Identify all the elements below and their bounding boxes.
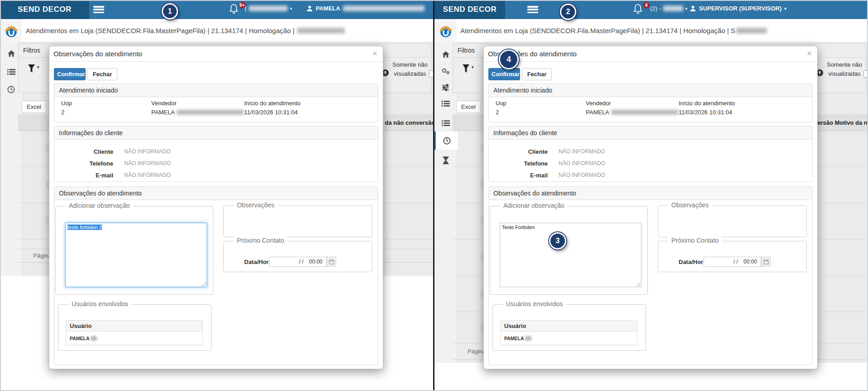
- fieldset-legend: Adicionar observação: [500, 202, 568, 209]
- session-selector[interactable]: (2) - ▾: [650, 5, 687, 12]
- fieldset-legend: Próximo Contato: [668, 237, 722, 244]
- app-logo-icon[interactable]: [434, 19, 457, 42]
- fechar-button[interactable]: Fechar: [87, 68, 117, 80]
- client-info-row: Telefone NÃO INFORMADO: [54, 157, 378, 169]
- user-menu[interactable]: PAMELA: [306, 5, 424, 12]
- app-logo-text[interactable]: SEND DECOR: [0, 0, 89, 19]
- fieldset-legend: Observações: [234, 201, 277, 209]
- annotation-circle-3: 3: [549, 232, 566, 249]
- users-table-header: Usuário: [501, 321, 637, 332]
- redacted-vendor-surname: [611, 110, 678, 115]
- section-informacoes-cliente: Informações do cliente Cliente NÃO INFOR…: [488, 126, 813, 182]
- breadcrumb-bar: Atendimentos em Loja (SENDDECOR.Fila.Mas…: [0, 19, 434, 42]
- person-icon: [690, 5, 696, 12]
- time-placeholder: 00:00: [309, 259, 323, 265]
- uop-value: 2: [496, 109, 499, 116]
- section-title: Observações do atendimento: [489, 187, 812, 200]
- notifications-button[interactable]: 9+: [229, 4, 242, 16]
- client-info-row: Cliente NÃO INFORMADO: [489, 146, 812, 157]
- users-table-header: Usuário: [66, 321, 203, 332]
- time-placeholder: 00:00: [743, 259, 757, 265]
- breadcrumb: Atendimentos em Loja (SENDDECOR.Fila.Mas…: [26, 19, 345, 42]
- home-icon: [7, 50, 15, 57]
- confirm-button[interactable]: Confirmar: [488, 68, 520, 80]
- session-prefix: (: [245, 5, 246, 12]
- observations-modal: Observações do atendimento × Confirmar F…: [49, 46, 383, 369]
- window-left: SEND DECOR 9+ ( ▾ PAMELA Atendimentos em…: [0, 0, 434, 391]
- inicio-value: 11/03/2026 10:31:04: [244, 109, 298, 116]
- filter-dropdown-button[interactable]: ▾: [28, 64, 39, 74]
- redacted-user-surname: [525, 336, 531, 341]
- redacted-user-surname: [343, 5, 424, 11]
- pagina-label: Página: [18, 252, 51, 259]
- section-title: Informações do cliente: [54, 127, 378, 140]
- section-title: Atendimento iniciado: [489, 84, 812, 97]
- annotation-circle-1: 1: [162, 3, 178, 20]
- hamburger-menu-icon[interactable]: [93, 6, 104, 13]
- observation-textarea[interactable]: teste forbiden 2: [65, 223, 207, 287]
- redacted-session-name: [249, 5, 288, 11]
- chevron-down-icon: ▾: [784, 6, 786, 11]
- table-column-header: o da não conversão: [380, 115, 434, 131]
- calendar-button[interactable]: [327, 257, 336, 267]
- users-table: Usuário PAMELA: [500, 320, 637, 345]
- calendar-button[interactable]: [761, 257, 771, 267]
- only-unviewed-checkbox[interactable]: [863, 70, 868, 78]
- close-icon[interactable]: ×: [372, 49, 377, 59]
- session-selector[interactable]: ( ▾: [245, 5, 292, 12]
- funnel-icon: [28, 64, 36, 74]
- client-info-row: Cliente NÃO INFORMADO: [54, 146, 378, 157]
- datetime-label: Data/Hora: [244, 259, 272, 265]
- observations-fieldset: Observações: [223, 205, 372, 237]
- textarea-selected-text: teste forbiden 2: [68, 225, 102, 230]
- textarea-text: Teste Forbiden: [502, 225, 535, 230]
- client-info-row: E-mail NÃO INFORMADO: [489, 169, 812, 181]
- client-info-row: Telefone NÃO INFORMADO: [489, 157, 812, 169]
- fieldset-legend: Próximo Contato: [234, 237, 287, 244]
- vendedor-label: Vendedor: [151, 100, 177, 107]
- funnel-icon: [462, 64, 471, 74]
- users-table-row: PAMELA: [66, 332, 203, 345]
- section-atendimento-iniciado: Atendimento iniciado Uop 2 Vendedor PAME…: [488, 83, 813, 122]
- observation-textarea[interactable]: Teste Forbiden: [500, 223, 641, 287]
- app-logo-icon[interactable]: [0, 19, 22, 42]
- annotation-circle-2: 2: [560, 4, 576, 20]
- next-contact-fieldset: Próximo Contato Data/Hora / / 00:00: [223, 241, 372, 272]
- vendedor-value: PAMELA: [586, 109, 678, 116]
- uop-label: Uop: [61, 100, 72, 107]
- datetime-input[interactable]: / / 00:00: [704, 257, 761, 267]
- datetime-label: Data/Hora: [679, 259, 706, 265]
- vendedor-value: PAMELA: [151, 109, 244, 116]
- excel-export-button[interactable]: Excel: [22, 101, 46, 113]
- cogs-icon: [441, 67, 450, 75]
- uop-value: 2: [61, 109, 64, 116]
- chevron-down-icon: ▾: [472, 65, 474, 69]
- only-unviewed-label: Somente não visualizadas: [388, 60, 432, 78]
- filter-dropdown-button[interactable]: ▾: [462, 64, 474, 74]
- fechar-button[interactable]: Fechar: [522, 68, 552, 80]
- resize-grip[interactable]: [636, 282, 641, 286]
- client-info-row: E-mail NÃO INFORMADO: [54, 169, 378, 181]
- window-divider: [433, 0, 434, 391]
- user-name: PAMELA: [316, 5, 340, 12]
- hamburger-menu-icon[interactable]: [527, 6, 538, 13]
- redacted-user-surname: [91, 336, 97, 341]
- inicio-label: Início do atendimento: [679, 100, 735, 107]
- excel-export-button[interactable]: Excel: [456, 101, 481, 113]
- app-logo-text[interactable]: SEND DECOR: [434, 0, 505, 19]
- section-title: Informações do cliente: [489, 127, 812, 140]
- home-icon: [442, 51, 450, 58]
- only-unviewed-label: Somente não visualizadas: [823, 60, 866, 78]
- close-icon[interactable]: ×: [807, 49, 812, 59]
- notifications-button[interactable]: 4: [633, 4, 646, 16]
- fieldset-legend: Adicionar observação: [66, 202, 133, 209]
- user-menu[interactable]: SUPERVISOR (SUPERVISOR) ▾: [690, 5, 786, 12]
- resize-grip[interactable]: [202, 282, 206, 286]
- clock-icon: [7, 86, 15, 93]
- sliders-icon: [442, 84, 449, 91]
- sidebar-item-queue-list[interactable]: [434, 95, 457, 112]
- chevron-down-icon: ▾: [37, 65, 39, 69]
- confirm-button[interactable]: Confirmar: [54, 68, 86, 80]
- date-placeholder: / /: [299, 259, 304, 265]
- datetime-input[interactable]: / / 00:00: [269, 257, 327, 267]
